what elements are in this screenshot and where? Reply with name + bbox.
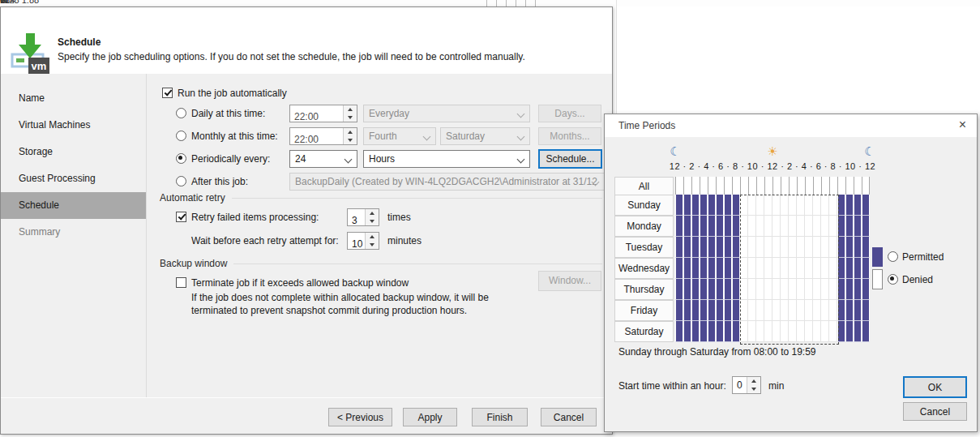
hour-cell-permitted[interactable] bbox=[724, 237, 732, 258]
periodic-unit-dropdown[interactable]: Hours bbox=[363, 150, 530, 168]
hour-column-tick[interactable] bbox=[829, 177, 837, 195]
hour-column-tick[interactable] bbox=[837, 177, 845, 195]
hour-cell-permitted[interactable] bbox=[700, 300, 708, 321]
hour-cell-permitted[interactable] bbox=[732, 300, 740, 321]
hour-cell-permitted[interactable] bbox=[716, 300, 724, 321]
all-button[interactable]: All bbox=[614, 177, 674, 195]
wizard-footer-button[interactable]: Apply bbox=[403, 408, 457, 426]
hour-cell-permitted[interactable] bbox=[716, 258, 724, 279]
hour-column-tick[interactable] bbox=[781, 177, 789, 195]
hour-cell-permitted[interactable] bbox=[854, 195, 862, 216]
hour-cell-permitted[interactable] bbox=[700, 237, 708, 258]
hour-cell-permitted[interactable] bbox=[716, 279, 724, 300]
hour-cell-permitted[interactable] bbox=[700, 216, 708, 237]
daily-radio[interactable] bbox=[176, 108, 186, 118]
periodic-value-dropdown[interactable]: 24 bbox=[289, 150, 357, 168]
hour-cell-permitted[interactable] bbox=[708, 195, 716, 216]
hour-column-tick[interactable] bbox=[691, 177, 700, 195]
hour-cell-permitted[interactable] bbox=[862, 258, 870, 279]
hour-cell-permitted[interactable] bbox=[732, 195, 740, 216]
hour-cell-permitted[interactable] bbox=[683, 279, 691, 300]
hour-cell-permitted[interactable] bbox=[675, 216, 683, 237]
day-label-button[interactable]: Monday bbox=[614, 216, 674, 237]
hour-cell-permitted[interactable] bbox=[862, 279, 870, 300]
retry-count-input[interactable]: 3 bbox=[347, 208, 379, 226]
hour-cell-permitted[interactable] bbox=[732, 258, 740, 279]
sidebar-item[interactable]: Virtual Machines bbox=[1, 112, 146, 139]
day-label-button[interactable]: Friday bbox=[614, 300, 674, 321]
spin-down-button[interactable] bbox=[366, 241, 379, 249]
hour-cell-permitted[interactable] bbox=[675, 195, 683, 216]
hour-cell-permitted[interactable] bbox=[700, 258, 708, 279]
hour-column-tick[interactable] bbox=[740, 177, 748, 195]
hour-column-tick[interactable] bbox=[748, 177, 756, 195]
hour-cell-permitted[interactable] bbox=[724, 195, 732, 216]
hour-cell-permitted[interactable] bbox=[854, 237, 862, 258]
hour-cell-permitted[interactable] bbox=[862, 195, 870, 216]
hour-cell-permitted[interactable] bbox=[708, 237, 716, 258]
hour-cell-permitted[interactable] bbox=[716, 216, 724, 237]
spin-down-button[interactable] bbox=[366, 217, 379, 225]
hour-column-tick[interactable] bbox=[772, 177, 781, 195]
hour-cell-permitted[interactable] bbox=[683, 237, 691, 258]
hour-cell-permitted[interactable] bbox=[683, 216, 691, 237]
start-time-input[interactable]: 0 bbox=[732, 376, 761, 394]
hour-cell-permitted[interactable] bbox=[854, 258, 862, 279]
wizard-footer-button[interactable]: < Previous bbox=[328, 408, 392, 426]
hour-cell-permitted[interactable] bbox=[854, 216, 862, 237]
hour-cell-permitted[interactable] bbox=[691, 300, 700, 321]
hour-cell-permitted[interactable] bbox=[716, 195, 724, 216]
cancel-button[interactable]: Cancel bbox=[903, 402, 967, 421]
hour-cell-permitted[interactable] bbox=[700, 321, 708, 342]
hour-cell-permitted[interactable] bbox=[854, 300, 862, 321]
spin-down-button[interactable] bbox=[747, 385, 760, 393]
hour-column-tick[interactable] bbox=[675, 177, 683, 195]
monthly-radio[interactable] bbox=[176, 131, 186, 141]
hour-cell-permitted[interactable] bbox=[675, 258, 683, 279]
day-label-button[interactable]: Saturday bbox=[614, 321, 674, 342]
periodically-radio[interactable] bbox=[176, 153, 186, 164]
spin-up-button[interactable] bbox=[366, 209, 379, 217]
day-label-button[interactable]: Sunday bbox=[614, 195, 674, 216]
hour-cell-permitted[interactable] bbox=[724, 321, 732, 342]
hour-cell-permitted[interactable] bbox=[708, 279, 716, 300]
hour-column-tick[interactable] bbox=[756, 177, 764, 195]
hour-cell-permitted[interactable] bbox=[845, 300, 854, 321]
hour-cell-permitted[interactable] bbox=[716, 321, 724, 342]
denied-radio[interactable] bbox=[888, 274, 898, 285]
hour-column-tick[interactable] bbox=[716, 177, 724, 195]
hour-cell-permitted[interactable] bbox=[691, 195, 700, 216]
hour-column-tick[interactable] bbox=[789, 177, 797, 195]
after-job-radio[interactable] bbox=[176, 176, 186, 186]
hour-column-tick[interactable] bbox=[764, 177, 772, 195]
hour-cell-permitted[interactable] bbox=[724, 258, 732, 279]
hour-cell-permitted[interactable] bbox=[732, 237, 740, 258]
terminate-job-checkbox[interactable] bbox=[176, 277, 186, 288]
hour-column-tick[interactable] bbox=[708, 177, 716, 195]
sidebar-item[interactable]: Guest Processing bbox=[1, 165, 146, 192]
spin-up-button[interactable] bbox=[747, 377, 760, 385]
hour-cell-permitted[interactable] bbox=[845, 258, 854, 279]
hour-cell-permitted[interactable] bbox=[732, 216, 740, 237]
hour-cell-permitted[interactable] bbox=[845, 195, 854, 216]
hour-cell-permitted[interactable] bbox=[691, 237, 700, 258]
hour-cell-permitted[interactable] bbox=[700, 279, 708, 300]
hour-cell-permitted[interactable] bbox=[691, 321, 700, 342]
retry-failed-checkbox[interactable] bbox=[176, 212, 186, 222]
hour-cell-permitted[interactable] bbox=[700, 195, 708, 216]
hour-cell-permitted[interactable] bbox=[716, 237, 724, 258]
hour-column-tick[interactable] bbox=[700, 177, 708, 195]
sidebar-item[interactable]: Schedule bbox=[1, 192, 146, 219]
hour-cell-permitted[interactable] bbox=[691, 279, 700, 300]
hour-cell-permitted[interactable] bbox=[845, 279, 854, 300]
hour-cell-permitted[interactable] bbox=[845, 216, 854, 237]
retry-wait-input[interactable]: 10 bbox=[347, 232, 379, 250]
hour-cell-permitted[interactable] bbox=[854, 321, 862, 342]
hour-cell-permitted[interactable] bbox=[675, 300, 683, 321]
hour-column-tick[interactable] bbox=[805, 177, 813, 195]
hour-cell-permitted[interactable] bbox=[854, 279, 862, 300]
hour-cell-permitted[interactable] bbox=[845, 237, 854, 258]
hour-cell-permitted[interactable] bbox=[708, 216, 716, 237]
hour-column-tick[interactable] bbox=[854, 177, 862, 195]
hour-cell-permitted[interactable] bbox=[683, 195, 691, 216]
